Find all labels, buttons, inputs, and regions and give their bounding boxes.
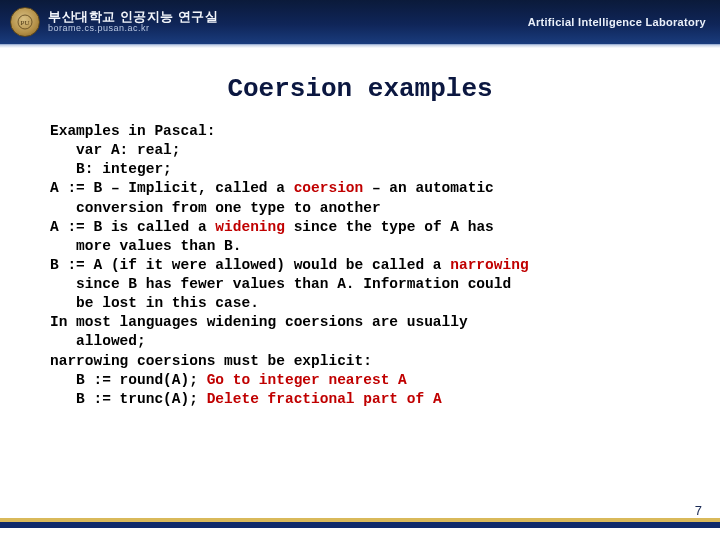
line: narrowing coersions must be explicit: [50, 353, 372, 369]
line: since B has fewer values than A. Informa… [50, 276, 511, 292]
keyword-widening: widening [215, 219, 285, 235]
university-text: 부산대학교 인공지능 연구실 borame.cs.pusan.ac.kr [48, 10, 218, 33]
line: allowed; [50, 333, 146, 349]
footer: 7 [0, 522, 720, 540]
slide: PU 부산대학교 인공지능 연구실 borame.cs.pusan.ac.kr … [0, 0, 720, 540]
line: B: integer; [50, 161, 172, 177]
comment-round: Go to integer nearest A [207, 372, 407, 388]
header-underline [0, 44, 720, 48]
header-bar: PU 부산대학교 인공지능 연구실 borame.cs.pusan.ac.kr … [0, 0, 720, 44]
line: B := round(A); [50, 372, 207, 388]
line: A := B – Implicit, called a [50, 180, 294, 196]
line: more values than B. [50, 238, 241, 254]
comment-trunc: Delete fractional part of A [207, 391, 442, 407]
org-name: 부산대학교 인공지능 연구실 [48, 10, 218, 24]
org-url: borame.cs.pusan.ac.kr [48, 24, 218, 33]
slide-title: Coersion examples [0, 74, 720, 104]
university-logo-icon: PU [10, 7, 40, 37]
line: In most languages widening coersions are… [50, 314, 468, 330]
line: B := A (if it were allowed) would be cal… [50, 257, 450, 273]
line: var A: real; [50, 142, 181, 158]
line: conversion from one type to another [50, 200, 381, 216]
line: B := trunc(A); [50, 391, 207, 407]
keyword-coersion: coersion [294, 180, 364, 196]
header-left: PU 부산대학교 인공지능 연구실 borame.cs.pusan.ac.kr [10, 7, 218, 37]
line: A := B is called a [50, 219, 215, 235]
slide-body: Examples in Pascal: var A: real; B: inte… [50, 122, 670, 409]
line: since the type of A has [285, 219, 494, 235]
line: – an automatic [363, 180, 494, 196]
lab-name: Artificial Intelligence Laboratory [528, 16, 706, 28]
footer-stripe [0, 522, 720, 540]
keyword-narrowing: narrowing [450, 257, 528, 273]
svg-text:PU: PU [21, 19, 30, 27]
line: be lost in this case. [50, 295, 259, 311]
page-number: 7 [695, 503, 702, 518]
line: Examples in Pascal: [50, 123, 215, 139]
